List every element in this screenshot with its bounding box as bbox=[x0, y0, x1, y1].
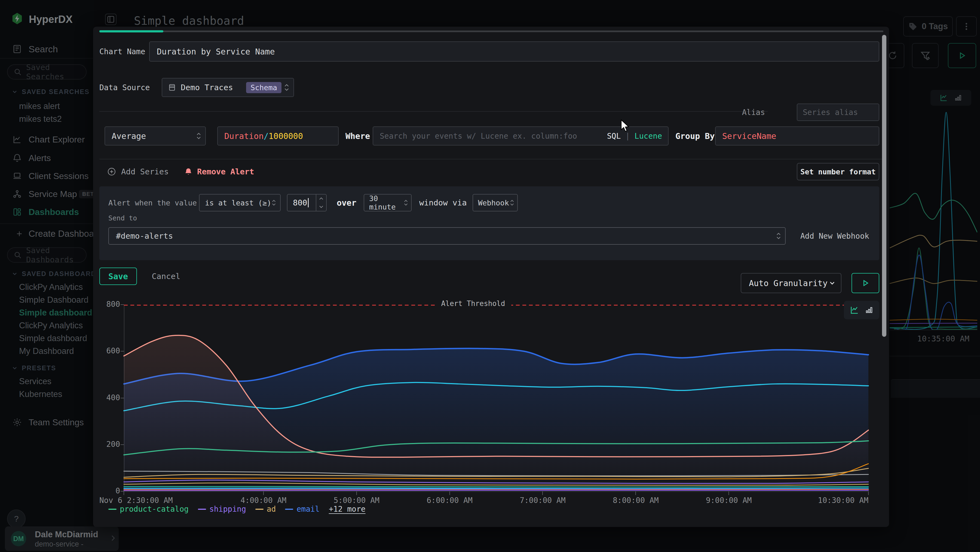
legend-item[interactable]: email bbox=[285, 504, 319, 514]
chart-legend: product-catalogshippingademail+12 more bbox=[108, 504, 366, 514]
alert-threshold-label: Alert Threshold bbox=[435, 298, 511, 308]
y-tick-label: 800 bbox=[97, 300, 120, 309]
legend-item[interactable]: ad bbox=[255, 504, 276, 514]
y-tick-mark bbox=[121, 304, 124, 305]
legend-swatch bbox=[108, 509, 116, 510]
x-tick-label: 7:00:00 AM bbox=[502, 496, 583, 505]
legend-item[interactable]: shipping bbox=[198, 504, 246, 514]
y-tick-label: 200 bbox=[97, 440, 120, 449]
x-tick-label: 10:30:00 AM bbox=[787, 496, 869, 505]
y-tick-label: 0 bbox=[97, 487, 120, 495]
legend-label: ad bbox=[267, 504, 276, 514]
x-tick-label: 9:00:00 AM bbox=[688, 496, 770, 505]
y-tick-mark bbox=[121, 398, 124, 398]
legend-swatch bbox=[285, 509, 293, 510]
legend-label: shipping bbox=[209, 504, 246, 514]
bar-chart-icon bbox=[865, 306, 873, 314]
y-tick-mark bbox=[121, 351, 124, 351]
x-tick-label: 6:00:00 AM bbox=[409, 496, 490, 505]
x-tick-mark bbox=[124, 491, 124, 495]
edit-chart-modal: Chart Name Duration by Service Name Data… bbox=[93, 27, 889, 527]
x-tick-mark bbox=[542, 491, 543, 495]
line-chart-icon bbox=[850, 305, 859, 315]
x-tick-mark bbox=[729, 491, 729, 495]
y-tick-label: 600 bbox=[97, 346, 120, 355]
x-tick-label: 5:00:00 AM bbox=[316, 496, 398, 505]
x-tick-mark bbox=[868, 491, 869, 495]
legend-item[interactable]: product-catalog bbox=[108, 504, 189, 514]
y-tick-label: 400 bbox=[97, 393, 120, 402]
x-tick-mark bbox=[635, 491, 636, 495]
legend-swatch bbox=[198, 509, 206, 510]
chart-type-toggle[interactable] bbox=[844, 301, 879, 319]
legend-swatch bbox=[255, 509, 264, 510]
timeseries-chart[interactable] bbox=[124, 305, 869, 491]
legend-label: +12 more bbox=[329, 504, 366, 514]
x-tick-label: 4:00:00 AM bbox=[223, 496, 304, 505]
x-tick-label: 8:00:00 AM bbox=[595, 496, 676, 505]
modal-scrollbar[interactable] bbox=[882, 35, 886, 337]
legend-item[interactable]: +12 more bbox=[329, 504, 366, 514]
x-tick-mark bbox=[263, 491, 264, 495]
x-tick-mark bbox=[356, 491, 357, 495]
x-axis-line bbox=[124, 491, 869, 492]
y-tick-mark bbox=[121, 444, 124, 445]
legend-label: product-catalog bbox=[120, 504, 189, 514]
x-tick-label: Nov 6 2:30:00 AM bbox=[99, 496, 186, 505]
x-tick-mark bbox=[449, 491, 450, 495]
legend-label: email bbox=[296, 504, 319, 514]
mouse-cursor bbox=[620, 119, 632, 132]
